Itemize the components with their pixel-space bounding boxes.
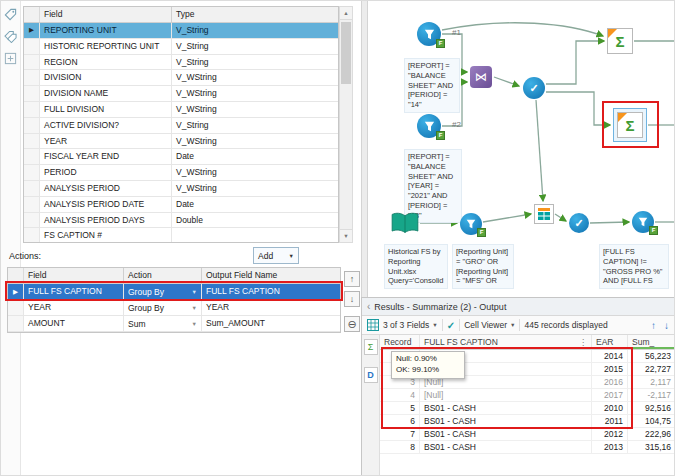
output-field-cell[interactable]: YEAR	[202, 300, 340, 315]
field-type-cell[interactable]: Double	[172, 213, 338, 228]
field-row[interactable]: ▶ PERIOD V_WString	[24, 165, 338, 181]
sum-column-header[interactable]: Sum_	[628, 335, 675, 349]
annotation-tags-icon[interactable]	[3, 28, 19, 44]
annotation-tag-icon[interactable]	[3, 6, 19, 22]
field-type-cell[interactable]: Date	[172, 149, 338, 164]
row-selector-cell[interactable]: ▶	[24, 213, 40, 228]
field-type-cell[interactable]: V_String	[172, 23, 338, 38]
year-cell[interactable]: 2011	[592, 415, 628, 427]
action-field-cell[interactable]: FULL FS CAPTION	[24, 284, 124, 299]
apply-check-icon[interactable]: ✓	[447, 320, 455, 331]
field-type-cell[interactable]: V_String	[172, 39, 338, 54]
scroll-down-icon[interactable]: ▼	[340, 229, 352, 242]
field-type-cell[interactable]	[172, 228, 338, 243]
workflow-layout-icon[interactable]	[3, 50, 19, 66]
tool-annotation[interactable]: [REPORT] = "BALANCE SHEET" AND [PERIOD] …	[404, 58, 460, 113]
year-cell[interactable]: 2010	[592, 402, 628, 414]
caption-cell[interactable]: [Null]	[420, 389, 592, 401]
field-type-cell[interactable]: Date	[172, 197, 338, 212]
crosstab-tool[interactable]	[534, 204, 554, 224]
caption-cell[interactable]: BS01 - CASH	[420, 402, 592, 414]
result-row[interactable]: 5 BS01 - CASH 2010 92,516	[380, 402, 675, 415]
field-row[interactable]: ▶ ANALYSIS PERIOD V_WString	[24, 181, 338, 197]
field-type-cell[interactable]: V_WString	[172, 70, 338, 85]
record-cell[interactable]: 4	[380, 389, 420, 401]
field-column-header[interactable]: Field	[40, 7, 172, 22]
field-row[interactable]: ▶ FISCAL YEAR END Date	[24, 149, 338, 165]
field-row[interactable]: ▶ ANALYSIS PERIOD DATE Date	[24, 197, 338, 213]
scrollbar-thumb[interactable]	[341, 22, 351, 84]
result-row[interactable]: 4 [Null] 2017 -2,117	[380, 389, 675, 402]
row-selector-cell[interactable]: ▶	[8, 316, 24, 331]
result-row[interactable]: 8 BS01 - CASH 2013 315,16	[380, 441, 675, 454]
action-select-cell[interactable]: Sum ▼	[124, 316, 202, 331]
check-tool-2[interactable]: ✓	[569, 213, 589, 233]
year-cell[interactable]: 2015	[592, 363, 628, 375]
field-row[interactable]: ▶ DIVISION NAME V_WString	[24, 86, 338, 102]
row-selector-cell[interactable]: ▶	[24, 149, 40, 164]
row-selector-cell[interactable]: ▶	[24, 23, 40, 38]
field-row[interactable]: ▶ REGION V_String	[24, 55, 338, 71]
field-name-cell[interactable]: FULL DIVISION	[40, 102, 172, 117]
row-selector-cell[interactable]: ▶	[8, 284, 24, 299]
row-selector-cell[interactable]: ▶	[24, 197, 40, 212]
row-selector-cell[interactable]: ▶	[24, 102, 40, 117]
sum-cell[interactable]: 56,223	[628, 350, 675, 362]
field-type-cell[interactable]: V_WString	[172, 86, 338, 101]
filter-tool-3[interactable]: F	[460, 213, 482, 235]
field-name-cell[interactable]: DIVISION NAME	[40, 86, 172, 101]
field-name-cell[interactable]: ANALYSIS PERIOD DAYS	[40, 213, 172, 228]
caption-cell[interactable]: BS01 - CASH	[420, 428, 592, 440]
field-name-cell[interactable]: ACTIVE DIVISION?	[40, 118, 172, 133]
action-select-cell[interactable]: Group By ▼	[124, 300, 202, 315]
field-type-cell[interactable]: V_WString	[172, 165, 338, 180]
caption-column-header[interactable]: FULL FS CAPTION ⋮	[420, 335, 592, 349]
data-quality-bar[interactable]	[420, 347, 591, 349]
input-data-tool[interactable]	[390, 211, 420, 239]
record-cell[interactable]: 5	[380, 402, 420, 414]
field-type-cell[interactable]: V_WString	[172, 134, 338, 149]
year-cell[interactable]: 2016	[592, 376, 628, 388]
field-name-cell[interactable]: REPORTING UNIT	[40, 23, 172, 38]
year-cell[interactable]: 2014	[592, 350, 628, 362]
workflow-canvas[interactable]: F #1 [REPORT] = "BALANCE SHEET" AND [PER…	[368, 1, 675, 297]
filter-tool-1[interactable]: F	[417, 22, 441, 46]
summarize-tool-selected[interactable]: Σ	[617, 112, 643, 138]
field-type-cell[interactable]: V_String	[172, 118, 338, 133]
row-selector-cell[interactable]: ▶	[8, 300, 24, 315]
record-cell[interactable]: 7	[380, 428, 420, 440]
row-selector-cell[interactable]: ▶	[24, 39, 40, 54]
field-name-cell[interactable]: PERIOD	[40, 165, 172, 180]
field-type-cell[interactable]: V_String	[172, 55, 338, 70]
field-name-cell[interactable]: ANALYSIS PERIOD DATE	[40, 197, 172, 212]
result-row[interactable]: 7 BS01 - CASH 2012 222,96	[380, 428, 675, 441]
tool-annotation[interactable]: [FULL FS CAPTION] != "GROSS PRO %" AND […	[599, 244, 669, 289]
column-menu-icon[interactable]: ⋮	[579, 338, 587, 347]
field-type-cell[interactable]: V_WString	[172, 181, 338, 196]
filter-tool-4[interactable]: F	[632, 211, 654, 233]
row-selector-cell[interactable]: ▶	[24, 86, 40, 101]
action-field-cell[interactable]: AMOUNT	[24, 316, 124, 331]
sum-cell[interactable]: 2,117	[628, 376, 675, 388]
row-selector-cell[interactable]: ▶	[24, 70, 40, 85]
field-row[interactable]: ▶ REPORTING UNIT V_String	[24, 23, 338, 39]
remove-action-button[interactable]: ⊖	[344, 316, 360, 332]
type-column-header[interactable]: Type	[172, 7, 338, 22]
cell-viewer-dropdown[interactable]: Cell Viewer ▼	[464, 320, 515, 330]
scroll-to-bottom-icon[interactable]: ↓	[662, 320, 671, 331]
record-cell[interactable]: 8	[380, 441, 420, 453]
sum-cell[interactable]: 222,96	[628, 428, 675, 440]
field-row[interactable]: ▶ HISTORIC REPORTING UNIT V_String	[24, 39, 338, 55]
field-name-cell[interactable]: FS CAPTION #	[40, 228, 172, 243]
sum-cell[interactable]: 92,516	[628, 402, 675, 414]
action-field-column-header[interactable]: Field	[24, 268, 124, 283]
row-selector-cell[interactable]: ▶	[24, 165, 40, 180]
field-type-cell[interactable]: V_WString	[172, 102, 338, 117]
caption-cell[interactable]: BS01 - CASH	[420, 415, 592, 427]
collapse-panel-icon[interactable]: ‹	[367, 301, 370, 312]
field-row[interactable]: ▶ ANALYSIS PERIOD DAYS Double	[24, 213, 338, 229]
record-column-header[interactable]: Record	[380, 335, 420, 349]
data-anchor-button[interactable]: D	[364, 367, 378, 383]
field-name-cell[interactable]: REGION	[40, 55, 172, 70]
summarize-tool-1[interactable]: Σ	[607, 28, 633, 54]
